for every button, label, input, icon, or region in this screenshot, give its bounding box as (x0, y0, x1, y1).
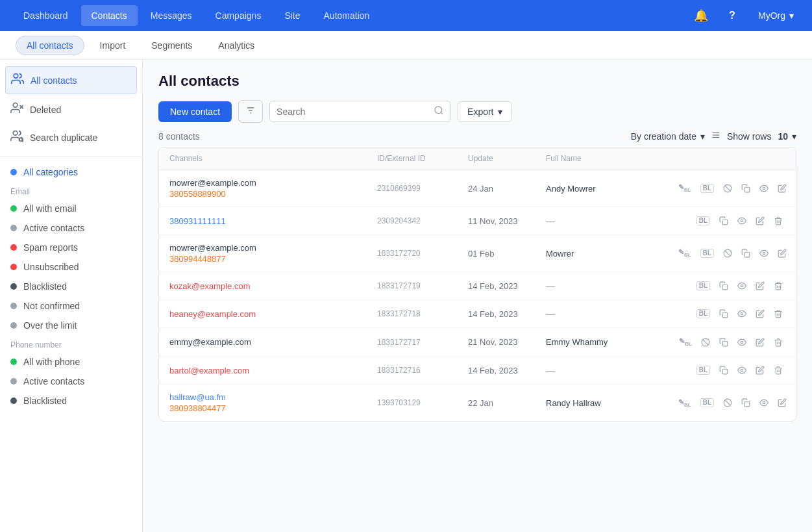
search-box[interactable] (269, 101, 451, 122)
action-edit-2[interactable] (753, 215, 767, 227)
action-delete-3[interactable] (793, 247, 796, 259)
id-5: 1833172718 (377, 309, 468, 318)
id-4: 1833172719 (377, 281, 468, 290)
sidebar-over-the-limit[interactable]: Over the limit (0, 316, 142, 335)
nav-messages[interactable]: Messages (140, 5, 203, 26)
action-view-3[interactable] (757, 247, 771, 259)
action-bl-4[interactable]: BL (694, 280, 713, 292)
fullname-7: — (546, 365, 676, 375)
sort-selector[interactable]: By creation date ▾ (631, 131, 720, 142)
action-edit-bl-6[interactable]: ✎BL (676, 336, 695, 348)
action-edit-8[interactable] (775, 397, 789, 409)
action-delete-6[interactable] (771, 336, 785, 348)
subnav-import[interactable]: Import (90, 36, 136, 55)
action-edit-6[interactable] (753, 336, 767, 348)
action-bl-5[interactable]: BL (694, 308, 713, 320)
action-delete-8[interactable] (793, 397, 796, 409)
export-button[interactable]: Export ▾ (458, 101, 511, 122)
sidebar-all-with-phone[interactable]: All with phone (0, 352, 142, 372)
action-edit-4[interactable] (753, 280, 767, 292)
sidebar-all-with-email[interactable]: All with email (0, 199, 142, 218)
action-copy-1[interactable] (739, 183, 753, 194)
action-block-3[interactable] (720, 247, 735, 259)
rows-selector[interactable]: Show rows 10 ▾ (727, 131, 796, 142)
action-edit-bl-1[interactable]: ✎BL (676, 182, 694, 194)
search-duplicate-icon (10, 129, 23, 146)
all-with-phone-dot (10, 359, 17, 365)
action-view-1[interactable] (757, 183, 771, 194)
action-block-1[interactable] (720, 183, 735, 194)
action-copy-2[interactable] (717, 215, 731, 227)
sidebar-active-contacts-phone[interactable]: Active contacts (0, 372, 142, 391)
nav-campaigns[interactable]: Campaigns (205, 5, 272, 26)
action-edit-1[interactable] (775, 183, 789, 194)
nav-site[interactable]: Site (274, 5, 310, 26)
action-edit-7[interactable] (753, 364, 767, 376)
action-view-5[interactable] (735, 308, 749, 320)
table-row: mowrer@example.com 380558889900 23106693… (159, 170, 796, 207)
sidebar-unsubscribed[interactable]: Unsubscribed (0, 257, 142, 277)
sidebar-blacklisted-phone[interactable]: Blacklisted (0, 391, 142, 411)
subnav-analytics[interactable]: Analytics (208, 36, 265, 55)
svg-line-36 (725, 400, 730, 405)
nav-automation[interactable]: Automation (314, 5, 380, 26)
edit-bl-icon-8: ✎BL (678, 398, 691, 408)
action-delete-5[interactable] (771, 308, 785, 320)
top-navigation: Dashboard Contacts Messages Campaigns Si… (0, 0, 812, 31)
notification-button[interactable]: 🔔 (691, 5, 711, 26)
sidebar-not-confirmed[interactable]: Not confirmed (0, 296, 142, 316)
new-contact-button[interactable]: New contact (158, 101, 232, 122)
action-copy-6[interactable] (717, 336, 731, 348)
action-view-6[interactable] (735, 336, 749, 348)
email-8: hallraw@ua.fm (169, 392, 377, 402)
sidebar-item-all-contacts[interactable]: All contacts (5, 66, 137, 94)
action-edit-3[interactable] (775, 247, 789, 259)
rows-value: 10 (778, 131, 788, 142)
sidebar-blacklisted-email[interactable]: Blacklisted (0, 277, 142, 296)
actions-3: ✎BL BL (676, 247, 796, 259)
bl-badge-4: BL (696, 281, 710, 290)
action-view-4[interactable] (735, 280, 749, 292)
export-label: Export (467, 107, 493, 117)
org-selector[interactable]: MyOrg ▾ (753, 8, 799, 23)
spam-reports-label: Spam reports (23, 242, 78, 253)
help-button[interactable]: ? (722, 5, 743, 26)
action-bl-2[interactable]: BL (694, 215, 713, 227)
action-bl-7[interactable]: BL (694, 364, 713, 376)
nav-dashboard[interactable]: Dashboard (13, 5, 79, 26)
action-bl-8[interactable]: BL (698, 397, 717, 409)
bl-badge-5: BL (696, 309, 710, 318)
action-delete-4[interactable] (771, 280, 785, 292)
action-block-8[interactable] (720, 397, 735, 409)
sidebar-spam-reports[interactable]: Spam reports (0, 238, 142, 257)
action-copy-8[interactable] (739, 397, 753, 409)
svg-rect-33 (722, 369, 728, 374)
action-view-2[interactable] (735, 215, 749, 227)
sidebar-all-categories[interactable]: All categories (0, 162, 142, 182)
action-edit-bl-8[interactable]: ✎BL (676, 397, 694, 409)
blacklisted-email-label: Blacklisted (23, 281, 67, 292)
action-edit-5[interactable] (753, 308, 767, 320)
action-block-6[interactable] (698, 336, 713, 348)
action-copy-4[interactable] (717, 280, 731, 292)
sidebar-item-search-duplicate[interactable]: Search duplicate (0, 123, 142, 151)
nav-contacts[interactable]: Contacts (81, 5, 138, 26)
search-input[interactable] (277, 107, 430, 117)
action-bl-3[interactable]: BL (698, 247, 717, 259)
subnav-all-contacts[interactable]: All contacts (16, 36, 84, 55)
action-delete-7[interactable] (771, 364, 785, 376)
action-copy-3[interactable] (739, 247, 753, 259)
action-copy-5[interactable] (717, 308, 731, 320)
sidebar-item-deleted[interactable]: Deleted (0, 95, 142, 123)
action-view-8[interactable] (757, 397, 771, 409)
action-delete-1[interactable] (793, 183, 796, 194)
action-delete-2[interactable] (771, 215, 785, 227)
action-view-7[interactable] (735, 364, 749, 376)
col-fullname: Full name (546, 154, 676, 163)
subnav-segments[interactable]: Segments (141, 36, 203, 55)
filter-button[interactable] (238, 100, 263, 123)
action-edit-bl-3[interactable]: ✎BL (676, 247, 694, 259)
sidebar-active-contacts-email[interactable]: Active contacts (0, 218, 142, 238)
action-bl-1[interactable]: BL (698, 183, 717, 194)
action-copy-7[interactable] (717, 364, 731, 376)
